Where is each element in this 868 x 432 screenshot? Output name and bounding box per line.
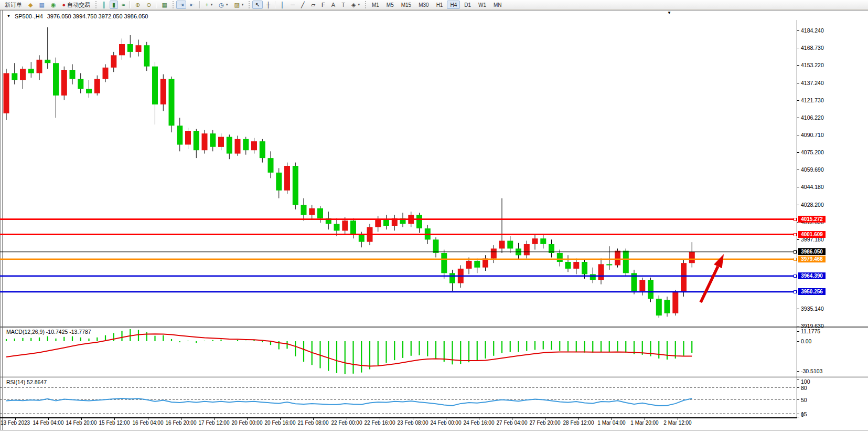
price-axis-label: 4059.690 bbox=[801, 166, 824, 173]
time-axis-tick bbox=[380, 418, 380, 420]
tile-windows-icon-glyph: ▦ bbox=[162, 2, 167, 8]
tile-windows-icon[interactable]: ▦ bbox=[159, 1, 169, 9]
chart-collapse-icon[interactable]: ▼ bbox=[7, 14, 10, 18]
time-axis-label: 28 Feb 12:00 bbox=[563, 420, 594, 426]
auto-scroll-icon-glyph: ⇥ bbox=[179, 2, 184, 8]
chart-shift-marker[interactable]: ▼ bbox=[667, 10, 671, 15]
price-badge-3986.050: 3986.050 bbox=[798, 248, 826, 255]
time-axis-label: 16 Feb 20:00 bbox=[166, 420, 197, 426]
text-icon[interactable]: A bbox=[329, 1, 338, 9]
main-chart-canvas[interactable] bbox=[0, 20, 797, 326]
price-axis-label: 4075.200 bbox=[801, 149, 824, 155]
macd-pane-canvas[interactable] bbox=[0, 328, 797, 375]
toolbar-grip[interactable] bbox=[95, 1, 97, 8]
time-axis-label: 1 Mar 20:00 bbox=[630, 420, 658, 426]
add-indicator-icon[interactable]: +▾ bbox=[202, 1, 215, 9]
toolbar-grip[interactable] bbox=[249, 1, 250, 8]
auto-scroll-icon[interactable]: ⇥ bbox=[176, 1, 186, 9]
button-label: H1 bbox=[436, 2, 443, 8]
price-axis-tick bbox=[797, 65, 799, 66]
macd-indicator-label: MACD(12,26,9) -10.7425 -13.7787 bbox=[6, 329, 91, 335]
equidistant-channel-icon[interactable]: ▱ bbox=[308, 1, 318, 9]
timeframe-w1-button[interactable]: W1 bbox=[475, 1, 489, 9]
horizontal-line-icon-glyph: ─ bbox=[291, 2, 295, 8]
price-axis-tick bbox=[797, 152, 799, 153]
fibonacci-icon[interactable]: F bbox=[319, 1, 328, 9]
market-watch-icon[interactable]: ◆ bbox=[26, 1, 35, 9]
line-anchor-marker[interactable] bbox=[794, 250, 797, 254]
pane-separator[interactable] bbox=[0, 376, 868, 376]
button-label: MN bbox=[494, 2, 502, 8]
timeframe-d1-button[interactable]: D1 bbox=[461, 1, 474, 9]
horizontal-line-icon[interactable]: ─ bbox=[288, 1, 297, 9]
arrows-icon[interactable]: ◈▾ bbox=[349, 1, 362, 9]
arrows-icon-glyph: ◈ bbox=[351, 2, 356, 8]
timeframe-m5-button[interactable]: M5 bbox=[383, 1, 397, 9]
market-watch-icon-glyph: ◆ bbox=[28, 2, 33, 8]
chart-shift-icon[interactable]: ⇤ bbox=[187, 1, 197, 9]
time-axis-label: 27 Feb 20:00 bbox=[530, 420, 561, 426]
macd-axis-label: 0.00 bbox=[801, 338, 811, 344]
navigator-icon-glyph: ◉ bbox=[51, 2, 56, 8]
timeframe-m30-button[interactable]: M30 bbox=[415, 1, 432, 9]
button-label: D1 bbox=[464, 2, 471, 8]
time-axis-tick bbox=[545, 418, 545, 420]
templates-icon[interactable]: ▨▾ bbox=[231, 1, 246, 9]
price-axis-label: 4121.730 bbox=[801, 97, 824, 103]
pane-separator[interactable] bbox=[0, 326, 868, 326]
trend-arrow-annotation[interactable] bbox=[701, 254, 724, 302]
pane-separator[interactable] bbox=[0, 377, 868, 377]
navigator-icon[interactable]: ◉ bbox=[48, 1, 59, 9]
macd-axis-tick bbox=[797, 331, 799, 332]
rsi-axis-label: 0 bbox=[801, 412, 804, 418]
auto-trading-button[interactable]: ●自动交易 bbox=[59, 1, 93, 9]
rsi-pane-canvas[interactable] bbox=[0, 378, 797, 417]
time-axis-tick bbox=[413, 418, 413, 420]
toolbar-grip[interactable] bbox=[365, 1, 366, 8]
time-axis-label: 22 Feb 16:00 bbox=[365, 420, 395, 426]
candlestick-chart-icon[interactable]: ▮ bbox=[110, 1, 118, 9]
price-axis-label: 4044.180 bbox=[801, 184, 824, 190]
trendline-icon-glyph: ╱ bbox=[301, 2, 305, 8]
timeframe-m15-button[interactable]: M15 bbox=[398, 1, 414, 9]
time-axis-label: 16 Feb 04:00 bbox=[133, 420, 164, 426]
timeframe-mn-button[interactable]: MN bbox=[490, 1, 505, 9]
price-axis-tick bbox=[797, 83, 799, 83]
toolbar-grip[interactable] bbox=[173, 1, 174, 8]
line-anchor-marker[interactable] bbox=[794, 275, 797, 278]
periods-icon[interactable]: ◷▾ bbox=[216, 1, 230, 9]
time-axis-label: 20 Feb 16:00 bbox=[265, 420, 296, 426]
time-axis-label: 22 Feb 00:00 bbox=[331, 420, 362, 426]
data-window-icon[interactable]: ▦ bbox=[36, 1, 47, 9]
line-chart-icon[interactable]: ≈ bbox=[119, 1, 127, 9]
pane-separator[interactable] bbox=[0, 327, 868, 328]
time-axis-tick bbox=[48, 418, 49, 420]
timeframe-h1-button[interactable]: H1 bbox=[433, 1, 446, 9]
time-axis-tick bbox=[214, 418, 215, 420]
time-axis-label: 20 Feb 00:00 bbox=[232, 420, 263, 426]
text-label-icon[interactable]: T bbox=[339, 1, 348, 9]
line-anchor-marker[interactable] bbox=[794, 258, 797, 261]
cursor-icon-glyph: ↖ bbox=[255, 2, 260, 8]
dropdown-arrow-icon: ▾ bbox=[358, 3, 360, 7]
zoom-out-icon[interactable]: ⊖ bbox=[144, 1, 154, 9]
line-anchor-marker[interactable] bbox=[794, 218, 797, 221]
time-axis-tick bbox=[280, 418, 281, 420]
trendline-icon[interactable]: ╱ bbox=[298, 1, 307, 9]
dropdown-arrow-icon: ▾ bbox=[242, 3, 244, 7]
timeframe-m1-button[interactable]: M1 bbox=[369, 1, 382, 9]
rsi-axis-tick bbox=[797, 399, 799, 400]
bar-chart-icon[interactable]: ║ bbox=[99, 1, 109, 9]
line-anchor-marker[interactable] bbox=[794, 290, 797, 293]
cursor-icon[interactable]: ↖ bbox=[252, 1, 262, 9]
zoom-in-icon[interactable]: ⊕ bbox=[133, 1, 143, 9]
line-chart-icon-glyph: ≈ bbox=[122, 2, 125, 8]
time-axis-label: 21 Feb 08:00 bbox=[298, 420, 329, 426]
price-axis-tick bbox=[797, 205, 799, 205]
crosshair-icon[interactable]: ┼ bbox=[264, 1, 273, 9]
new-order-button[interactable]: 新订单 bbox=[2, 1, 25, 9]
vertical-line-icon[interactable]: │ bbox=[278, 1, 287, 9]
price-axis-label: 4106.220 bbox=[801, 114, 824, 121]
line-anchor-marker[interactable] bbox=[794, 233, 797, 236]
timeframe-h4-button[interactable]: H4 bbox=[447, 1, 460, 9]
